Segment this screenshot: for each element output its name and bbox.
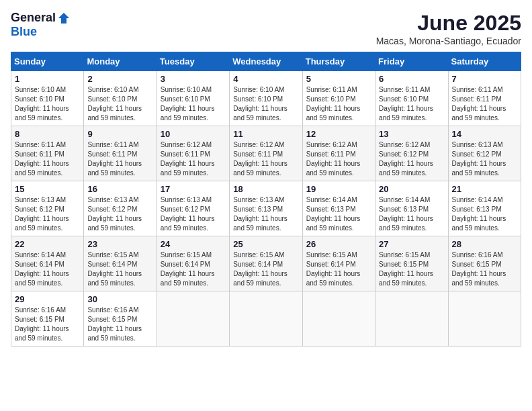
title-block: June 2025 Macas, Morona-Santiago, Ecuado… [376, 11, 521, 46]
calendar-cell: 27Sunrise: 6:15 AMSunset: 6:15 PMDayligh… [375, 236, 448, 291]
day-info: Sunrise: 6:14 AMSunset: 6:13 PMDaylight:… [379, 195, 444, 233]
calendar-cell: 3Sunrise: 6:10 AMSunset: 6:10 PMDaylight… [157, 71, 229, 126]
day-number: 21 [452, 184, 517, 194]
calendar-cell: 6Sunrise: 6:11 AMSunset: 6:10 PMDaylight… [375, 71, 448, 126]
calendar-cell: 20Sunrise: 6:14 AMSunset: 6:13 PMDayligh… [375, 181, 448, 236]
day-info: Sunrise: 6:15 AMSunset: 6:14 PMDaylight:… [161, 250, 226, 288]
calendar-header-friday: Friday [375, 52, 448, 71]
day-info: Sunrise: 6:13 AMSunset: 6:12 PMDaylight:… [15, 195, 80, 233]
day-number: 23 [87, 239, 152, 249]
calendar-header-saturday: Saturday [448, 52, 521, 71]
calendar-cell: 24Sunrise: 6:15 AMSunset: 6:14 PMDayligh… [157, 236, 229, 291]
day-number: 17 [161, 184, 226, 194]
day-info: Sunrise: 6:10 AMSunset: 6:10 PMDaylight:… [161, 85, 226, 123]
day-number: 8 [15, 129, 80, 139]
svg-marker-0 [58, 13, 69, 24]
day-info: Sunrise: 6:13 AMSunset: 6:12 PMDaylight:… [161, 195, 226, 233]
day-number: 30 [87, 294, 152, 304]
calendar-cell: 12Sunrise: 6:12 AMSunset: 6:11 PMDayligh… [302, 126, 375, 181]
calendar-cell: 21Sunrise: 6:14 AMSunset: 6:13 PMDayligh… [448, 181, 521, 236]
day-number: 10 [161, 129, 226, 139]
day-info: Sunrise: 6:11 AMSunset: 6:11 PMDaylight:… [87, 140, 152, 178]
calendar-week-row: 8Sunrise: 6:11 AMSunset: 6:11 PMDaylight… [11, 126, 521, 181]
day-number: 15 [15, 184, 80, 194]
day-number: 12 [306, 129, 371, 139]
day-info: Sunrise: 6:15 AMSunset: 6:14 PMDaylight:… [87, 250, 152, 288]
calendar-cell: 22Sunrise: 6:14 AMSunset: 6:14 PMDayligh… [11, 236, 84, 291]
day-info: Sunrise: 6:14 AMSunset: 6:14 PMDaylight:… [15, 250, 80, 288]
day-number: 27 [379, 239, 444, 249]
day-number: 28 [452, 239, 517, 249]
calendar-cell [448, 291, 521, 347]
day-info: Sunrise: 6:13 AMSunset: 6:12 PMDaylight:… [87, 195, 152, 233]
calendar-cell: 2Sunrise: 6:10 AMSunset: 6:10 PMDaylight… [84, 71, 157, 126]
calendar-header-tuesday: Tuesday [157, 52, 229, 71]
calendar-week-row: 29Sunrise: 6:16 AMSunset: 6:15 PMDayligh… [11, 291, 521, 347]
calendar-cell: 15Sunrise: 6:13 AMSunset: 6:12 PMDayligh… [11, 181, 84, 236]
day-number: 16 [87, 184, 152, 194]
calendar-cell: 7Sunrise: 6:11 AMSunset: 6:11 PMDaylight… [448, 71, 521, 126]
day-number: 3 [161, 74, 226, 84]
day-info: Sunrise: 6:13 AMSunset: 6:12 PMDaylight:… [452, 140, 517, 178]
calendar-week-row: 1Sunrise: 6:10 AMSunset: 6:10 PMDaylight… [11, 71, 521, 126]
day-info: Sunrise: 6:14 AMSunset: 6:13 PMDaylight:… [306, 195, 371, 233]
calendar-cell: 19Sunrise: 6:14 AMSunset: 6:13 PMDayligh… [302, 181, 375, 236]
calendar-cell: 16Sunrise: 6:13 AMSunset: 6:12 PMDayligh… [84, 181, 157, 236]
day-info: Sunrise: 6:15 AMSunset: 6:14 PMDaylight:… [306, 250, 371, 288]
calendar-cell: 13Sunrise: 6:12 AMSunset: 6:12 PMDayligh… [375, 126, 448, 181]
day-info: Sunrise: 6:11 AMSunset: 6:11 PMDaylight:… [452, 85, 517, 123]
day-info: Sunrise: 6:10 AMSunset: 6:10 PMDaylight:… [233, 85, 298, 123]
calendar-header-thursday: Thursday [302, 52, 375, 71]
day-number: 25 [233, 239, 298, 249]
day-number: 2 [87, 74, 152, 84]
day-number: 9 [87, 129, 152, 139]
day-number: 22 [15, 239, 80, 249]
calendar-cell: 4Sunrise: 6:10 AMSunset: 6:10 PMDaylight… [230, 71, 302, 126]
logo: General Blue [11, 11, 71, 39]
day-info: Sunrise: 6:10 AMSunset: 6:10 PMDaylight:… [87, 85, 152, 123]
day-info: Sunrise: 6:11 AMSunset: 6:11 PMDaylight:… [15, 140, 80, 178]
day-number: 11 [233, 129, 298, 139]
calendar-cell: 10Sunrise: 6:12 AMSunset: 6:11 PMDayligh… [157, 126, 229, 181]
month-year-title: June 2025 [376, 11, 521, 36]
calendar-cell [375, 291, 448, 347]
calendar-cell: 9Sunrise: 6:11 AMSunset: 6:11 PMDaylight… [84, 126, 157, 181]
calendar-header-sunday: Sunday [11, 52, 84, 71]
calendar-cell [302, 291, 375, 347]
day-number: 19 [306, 184, 371, 194]
calendar-cell: 1Sunrise: 6:10 AMSunset: 6:10 PMDaylight… [11, 71, 84, 126]
day-number: 6 [379, 74, 444, 84]
day-number: 13 [379, 129, 444, 139]
day-number: 7 [452, 74, 517, 84]
day-number: 29 [15, 294, 80, 304]
calendar-cell [157, 291, 229, 347]
calendar-cell: 28Sunrise: 6:16 AMSunset: 6:15 PMDayligh… [448, 236, 521, 291]
day-info: Sunrise: 6:12 AMSunset: 6:11 PMDaylight:… [306, 140, 371, 178]
calendar-cell: 30Sunrise: 6:16 AMSunset: 6:15 PMDayligh… [84, 291, 157, 347]
day-number: 18 [233, 184, 298, 194]
calendar-week-row: 22Sunrise: 6:14 AMSunset: 6:14 PMDayligh… [11, 236, 521, 291]
calendar-cell: 23Sunrise: 6:15 AMSunset: 6:14 PMDayligh… [84, 236, 157, 291]
calendar-cell: 14Sunrise: 6:13 AMSunset: 6:12 PMDayligh… [448, 126, 521, 181]
calendar-cell: 18Sunrise: 6:13 AMSunset: 6:13 PMDayligh… [230, 181, 302, 236]
calendar-header-wednesday: Wednesday [230, 52, 302, 71]
day-info: Sunrise: 6:11 AMSunset: 6:10 PMDaylight:… [306, 85, 371, 123]
day-info: Sunrise: 6:16 AMSunset: 6:15 PMDaylight:… [452, 250, 517, 288]
day-number: 14 [452, 129, 517, 139]
calendar-cell: 26Sunrise: 6:15 AMSunset: 6:14 PMDayligh… [302, 236, 375, 291]
day-info: Sunrise: 6:15 AMSunset: 6:15 PMDaylight:… [379, 250, 444, 288]
calendar-header-row: SundayMondayTuesdayWednesdayThursdayFrid… [11, 52, 521, 71]
day-number: 20 [379, 184, 444, 194]
location-subtitle: Macas, Morona-Santiago, Ecuador [376, 36, 521, 46]
day-info: Sunrise: 6:12 AMSunset: 6:11 PMDaylight:… [233, 140, 298, 178]
calendar-cell: 29Sunrise: 6:16 AMSunset: 6:15 PMDayligh… [11, 291, 84, 347]
page-header: General Blue June 2025 Macas, Morona-San… [11, 11, 521, 46]
calendar-cell: 25Sunrise: 6:15 AMSunset: 6:14 PMDayligh… [230, 236, 302, 291]
day-info: Sunrise: 6:15 AMSunset: 6:14 PMDaylight:… [233, 250, 298, 288]
day-info: Sunrise: 6:11 AMSunset: 6:10 PMDaylight:… [379, 85, 444, 123]
day-info: Sunrise: 6:13 AMSunset: 6:13 PMDaylight:… [233, 195, 298, 233]
day-info: Sunrise: 6:12 AMSunset: 6:11 PMDaylight:… [161, 140, 226, 178]
day-info: Sunrise: 6:16 AMSunset: 6:15 PMDaylight:… [87, 306, 152, 343]
day-info: Sunrise: 6:10 AMSunset: 6:10 PMDaylight:… [15, 85, 80, 123]
calendar-week-row: 15Sunrise: 6:13 AMSunset: 6:12 PMDayligh… [11, 181, 521, 236]
